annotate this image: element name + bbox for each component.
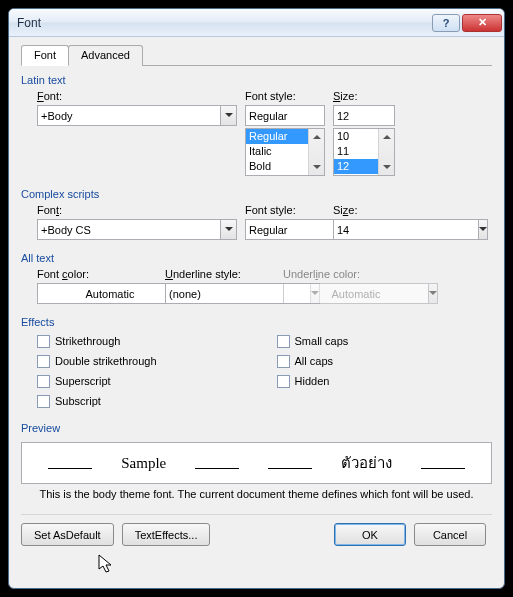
window-title: Font — [17, 16, 432, 30]
titlebar[interactable]: Font ? ✕ — [9, 9, 504, 37]
complex-size-input[interactable] — [333, 219, 478, 240]
superscript-checkbox[interactable]: Superscript — [37, 372, 157, 390]
tab-advanced[interactable]: Advanced — [68, 45, 143, 66]
tabstrip: Font Advanced — [21, 45, 492, 66]
group-complex-label: Complex scripts — [21, 188, 492, 200]
preview-box: Sample ตัวอย่าง — [21, 442, 492, 484]
preview-description: This is the body theme font. The current… — [21, 488, 492, 500]
group-alltext-label: All text — [21, 252, 492, 264]
scroll-down-icon[interactable] — [379, 160, 394, 175]
chevron-down-icon[interactable] — [478, 219, 488, 240]
ok-button[interactable]: OK — [334, 523, 406, 546]
tab-font[interactable]: Font — [21, 45, 69, 66]
underline-style-label: Underline style: — [165, 268, 275, 280]
preview-sample-latin: Sample — [121, 455, 166, 472]
group-preview-label: Preview — [21, 422, 492, 434]
underline-color-label: Underline color: — [283, 268, 403, 280]
font-color-combo[interactable] — [37, 283, 157, 304]
close-button[interactable]: ✕ — [462, 14, 502, 32]
underline-color-combo — [283, 283, 403, 304]
latin-font-label: Font: — [37, 90, 237, 102]
chevron-down-icon — [428, 283, 438, 304]
complex-style-label: Font style: — [245, 204, 325, 216]
latin-style-label: Font style: — [245, 90, 325, 102]
complex-font-combo[interactable] — [37, 219, 237, 240]
all-caps-checkbox[interactable]: All caps — [277, 352, 349, 370]
group-effects-label: Effects — [21, 316, 492, 328]
latin-size-label: Size: — [333, 90, 395, 102]
font-color-input[interactable] — [37, 283, 182, 304]
underline-style-combo[interactable] — [165, 283, 275, 304]
latin-font-input[interactable] — [37, 105, 220, 126]
underline-color-input — [283, 283, 428, 304]
double-strikethrough-checkbox[interactable]: Double strikethrough — [37, 352, 157, 370]
text-effects-button[interactable]: Text Effects... — [122, 523, 211, 546]
group-latin-label: Latin text — [21, 74, 492, 86]
latin-style-input[interactable] — [245, 105, 325, 126]
complex-style-combo[interactable] — [245, 219, 325, 240]
complex-font-label: Font: — [37, 204, 237, 216]
latin-size-listbox[interactable]: 10 11 12 — [333, 128, 395, 176]
strikethrough-checkbox[interactable]: Strikethrough — [37, 332, 157, 350]
hidden-checkbox[interactable]: Hidden — [277, 372, 349, 390]
help-button[interactable]: ? — [432, 14, 460, 32]
scroll-up-icon[interactable] — [309, 129, 324, 144]
complex-font-input[interactable] — [37, 219, 220, 240]
chevron-down-icon[interactable] — [220, 219, 237, 240]
complex-size-combo[interactable] — [333, 219, 395, 240]
font-color-label: Font color: — [37, 268, 157, 280]
font-dialog: Font ? ✕ Font Advanced Latin text Font: — [8, 8, 505, 589]
latin-font-combo[interactable] — [37, 105, 237, 126]
latin-style-listbox[interactable]: Regular Italic Bold — [245, 128, 325, 176]
subscript-checkbox[interactable]: Subscript — [37, 392, 157, 410]
scrollbar[interactable] — [308, 129, 324, 175]
chevron-down-icon[interactable] — [220, 105, 237, 126]
scrollbar[interactable] — [378, 129, 394, 175]
preview-sample-complex: ตัวอย่าง — [341, 451, 392, 475]
complex-size-label: Size: — [333, 204, 395, 216]
small-caps-checkbox[interactable]: Small caps — [277, 332, 349, 350]
cancel-button[interactable]: Cancel — [414, 523, 486, 546]
set-as-default-button[interactable]: Set As Default — [21, 523, 114, 546]
latin-size-input[interactable] — [333, 105, 395, 126]
scroll-up-icon[interactable] — [379, 129, 394, 144]
scroll-down-icon[interactable] — [309, 160, 324, 175]
